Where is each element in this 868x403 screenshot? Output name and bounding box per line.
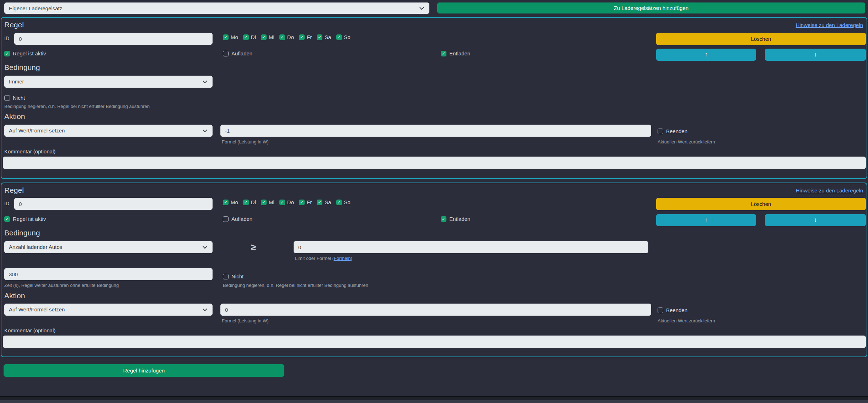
chevron-down-icon [203,128,207,132]
weekday-mi-checkbox[interactable] [261,200,267,205]
weekday-fr-label: Fr [307,34,312,40]
condition-select-value: Anzahl ladender Autos [9,244,62,250]
weekday-mi-label: Mi [269,199,274,205]
weekday-sa: Sa [317,199,331,205]
discharge-label: Entladen [449,50,470,56]
weekday-mo-checkbox[interactable] [223,200,229,205]
action-select[interactable]: Auf Wert/Formel setzen [4,125,213,137]
weekday-mo-label: Mo [231,34,238,40]
end-row: Beenden [658,128,687,134]
down-arrow-icon: ↓ [814,51,817,58]
delete-rule-button[interactable]: Löschen [656,33,866,45]
id-input[interactable] [14,198,213,210]
add-rule-button[interactable]: Regel hinzufügen [4,364,284,377]
chevron-down-icon [419,5,424,10]
horizontal-scrollbar-thumb[interactable] [0,400,868,403]
comment-input[interactable] [3,157,866,169]
weekday-do-checkbox[interactable] [279,34,285,40]
rule-heading: Regel [4,186,24,195]
up-arrow-icon: ↑ [704,217,708,224]
weekday-fr: Fr [299,34,312,40]
limit-help-suffix: ) [351,256,352,261]
charge-checkbox[interactable] [223,51,229,56]
formula-help-text: Formel (Leistung in W) [222,318,268,323]
negate-help-text: Bedingung negieren, d.h. Regel bei nicht… [223,283,368,288]
weekday-mo-checkbox[interactable] [223,34,229,40]
time-input[interactable] [4,268,213,280]
not-checkbox[interactable] [4,95,10,101]
hints-link[interactable]: Hinweise zu den Laderegeln [796,187,863,194]
move-rule-down-button[interactable]: ↓ [765,214,866,226]
action-select-value: Auf Wert/Formel setzen [9,306,65,312]
id-input[interactable] [14,33,213,45]
formula-input[interactable] [220,304,651,316]
weekday-di-label: Di [251,199,256,205]
chevron-down-icon [203,79,207,83]
formulas-link[interactable]: Formeln [334,256,351,261]
weekday-so-label: So [344,34,350,40]
down-arrow-icon: ↓ [814,217,817,224]
limit-help-prefix: Limit oder Formel ( [295,256,334,261]
condition-select[interactable]: Immer [4,76,213,88]
weekday-checkboxes: Mo Di Mi Do Fr Sa So [223,199,350,205]
weekday-mi-label: Mi [269,34,274,40]
action-heading: Aktion [4,112,25,121]
weekday-do-checkbox[interactable] [279,200,285,205]
discharge-checkbox[interactable] [441,216,446,222]
move-rule-up-button[interactable]: ↑ [656,214,756,226]
weekday-mo: Mo [223,34,238,40]
weekday-fr-checkbox[interactable] [299,200,305,205]
weekday-so-label: So [344,199,350,205]
comment-input[interactable] [3,336,866,348]
move-rule-up-button[interactable]: ↑ [656,49,756,61]
end-checkbox[interactable] [658,307,663,313]
weekday-di-checkbox[interactable] [243,200,249,205]
end-row: Beenden [658,307,687,313]
hints-link[interactable]: Hinweise zu den Laderegeln [796,22,863,28]
discharge-row: Entladen [441,216,470,222]
formula-input[interactable] [220,125,651,137]
rule-active-checkbox[interactable] [4,216,10,222]
action-select[interactable]: Auf Wert/Formel setzen [4,304,213,316]
rule-heading: Regel [4,21,24,29]
not-row: Nicht [4,95,25,101]
weekday-di-checkbox[interactable] [243,34,249,40]
charge-label: Aufladen [231,216,252,222]
discharge-row: Entladen [441,50,470,56]
limit-help-text: Limit oder Formel (Formeln) [295,256,352,261]
weekday-so: So [336,199,350,205]
weekday-so-checkbox[interactable] [336,200,342,205]
id-label: ID [4,201,9,206]
weekday-do: Do [279,34,294,40]
weekday-so-checkbox[interactable] [336,34,342,40]
not-checkbox[interactable] [223,274,229,279]
charge-label: Aufladen [231,50,252,56]
discharge-checkbox[interactable] [441,51,446,56]
rule-panel-1: Regel Hinweise zu den Laderegeln ID Mo D… [1,17,867,179]
comment-label: Kommentar (optional) [4,148,55,154]
id-label: ID [4,36,9,41]
chevron-down-icon [203,307,207,311]
horizontal-scrollbar-track[interactable] [0,397,868,400]
hints-link-wrap: Hinweise zu den Laderegeln [796,22,863,28]
ruleset-select-value: Eigener Laderegelsatz [9,5,62,11]
condition-select[interactable]: Anzahl ladender Autos [4,241,213,253]
delete-rule-button[interactable]: Löschen [656,198,866,210]
weekday-sa-checkbox[interactable] [317,34,322,40]
end-help-text: Aktuellen Wert zurückliefern [658,318,715,323]
formula-help-text: Formel (Leistung in W) [222,139,268,145]
rule-active-checkbox[interactable] [4,51,10,56]
move-rule-down-button[interactable]: ↓ [765,49,866,61]
weekday-di: Di [243,199,256,205]
add-to-rulesets-button[interactable]: Zu Laderegelsätzen hinzufügen [437,2,865,13]
condition-heading: Bedingung [4,229,40,237]
weekday-mi-checkbox[interactable] [261,34,267,40]
charge-checkbox[interactable] [223,216,229,222]
limit-input[interactable] [294,241,648,253]
end-checkbox[interactable] [658,129,663,134]
ruleset-select[interactable]: Eigener Laderegelsatz [4,2,429,14]
charge-row: Aufladen [223,216,252,222]
weekday-sa-checkbox[interactable] [317,200,322,205]
weekday-fr-checkbox[interactable] [299,34,305,40]
weekday-so: So [336,34,350,40]
